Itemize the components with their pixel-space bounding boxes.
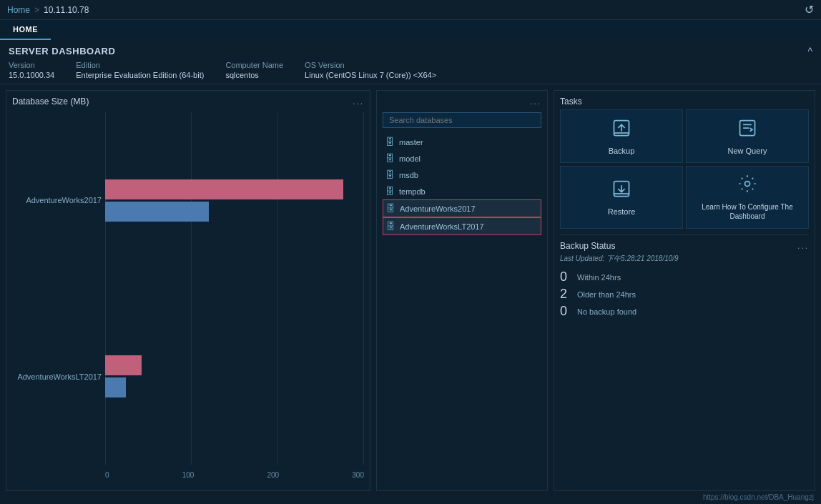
restore-label: Restore bbox=[608, 207, 636, 216]
computer-group: Computer Name sqlcentos bbox=[225, 61, 283, 79]
db-item-adventureworkslt2017[interactable]: 🗄 AdventureWorksLT2017 bbox=[383, 217, 541, 235]
configure-icon bbox=[737, 174, 757, 198]
db-icon-model: 🗄 bbox=[385, 153, 395, 164]
tasks-panel: Tasks Backup bbox=[554, 90, 815, 491]
db-list: 🗄 master 🗄 model 🗄 msdb 🗄 tempdb 🗄 Adven… bbox=[383, 134, 541, 235]
db-name-msdb: msdb bbox=[399, 171, 418, 179]
db-item-tempdb[interactable]: 🗄 tempdb bbox=[383, 183, 541, 199]
count-none-num: 0 bbox=[560, 304, 571, 319]
bar-red-2 bbox=[105, 355, 142, 375]
dashboard-title: SERVER DASHBOARD bbox=[9, 46, 436, 56]
refresh-icon[interactable]: ↺ bbox=[805, 3, 814, 16]
tasks-panel-header: Tasks bbox=[560, 97, 809, 107]
backup-icon bbox=[611, 118, 631, 142]
db-icon-tempdb: 🗄 bbox=[385, 186, 395, 197]
count-none-label: No backup found bbox=[577, 307, 636, 316]
db-name-model: model bbox=[399, 154, 421, 163]
backup-label: Backup bbox=[609, 147, 635, 155]
footer-url: https://blog.csdn.net/DBA_Huangzj bbox=[703, 493, 814, 501]
configure-dashboard-button[interactable]: Learn How To Configure The Dashboard bbox=[686, 166, 809, 229]
backup-counts: 0 Within 24hrs 2 Older than 24hrs 0 No b… bbox=[560, 270, 809, 319]
bar-label-1: AdventureWorks2017 bbox=[12, 196, 102, 204]
computer-label: Computer Name bbox=[225, 61, 283, 69]
backup-last-updated: Last Updated: 下午5:28:21 2018/10/9 bbox=[560, 254, 809, 264]
bar-blue-2 bbox=[105, 377, 126, 397]
configure-label: Learn How To Configure The Dashboard bbox=[691, 202, 804, 221]
count-within24-num: 0 bbox=[560, 270, 571, 285]
bar-chart: AdventureWorks2017 AdventureWorksLT2017 … bbox=[12, 112, 364, 479]
count-within24-label: Within 24hrs bbox=[577, 273, 621, 282]
db-name-tempdb: tempdb bbox=[399, 187, 426, 196]
bar-row-adventureworks2017: AdventureWorks2017 bbox=[105, 164, 364, 236]
chart-title: Database Size (MB) bbox=[12, 97, 89, 107]
chart-panel: Database Size (MB) ... AdventureWorks201… bbox=[6, 90, 370, 491]
os-label: OS Version bbox=[305, 61, 436, 69]
backup-status-section: Backup Status ... Last Updated: 下午5:28:2… bbox=[560, 234, 809, 319]
version-group: Version 15.0.1000.34 bbox=[9, 61, 54, 79]
top-bar: Home > 10.11.10.78 ↺ bbox=[0, 0, 821, 20]
version-label: Version bbox=[9, 61, 54, 69]
backup-count-within24: 0 Within 24hrs bbox=[560, 270, 809, 285]
home-link[interactable]: Home bbox=[7, 5, 30, 15]
backup-status-header: Backup Status ... bbox=[560, 241, 809, 251]
db-panel-header: ... bbox=[383, 97, 541, 107]
tab-home[interactable]: HOME bbox=[0, 20, 51, 40]
backup-status-menu[interactable]: ... bbox=[797, 241, 809, 251]
new-query-label: New Query bbox=[727, 147, 767, 155]
db-item-adventureworks2017[interactable]: 🗄 AdventureWorks2017 bbox=[383, 199, 541, 217]
db-name-master: master bbox=[399, 138, 423, 147]
collapse-icon[interactable]: ^ bbox=[807, 46, 812, 57]
edition-label: Edition bbox=[76, 61, 204, 69]
x-tick-200: 200 bbox=[267, 471, 280, 479]
bar-label-2: AdventureWorksLT2017 bbox=[12, 372, 102, 381]
db-item-master[interactable]: 🗄 master bbox=[383, 134, 541, 150]
new-query-icon bbox=[737, 118, 757, 142]
chart-panel-header: Database Size (MB) ... bbox=[12, 97, 364, 107]
restore-icon bbox=[611, 179, 631, 203]
bar-container-1 bbox=[105, 179, 364, 222]
bar-container-2 bbox=[105, 355, 364, 397]
db-panel: ... 🗄 master 🗄 model 🗄 msdb 🗄 tempdb 🗄 bbox=[376, 90, 548, 491]
main-content: Database Size (MB) ... AdventureWorks201… bbox=[0, 84, 821, 497]
db-item-model[interactable]: 🗄 model bbox=[383, 150, 541, 167]
db-name-aw2017: AdventureWorks2017 bbox=[400, 204, 476, 213]
search-databases-input[interactable] bbox=[383, 112, 541, 128]
backup-status-title: Backup Status bbox=[560, 241, 615, 251]
breadcrumb-separator: > bbox=[34, 5, 39, 15]
dashboard-header: SERVER DASHBOARD Version 15.0.1000.34 Ed… bbox=[0, 40, 821, 84]
chart-menu[interactable]: ... bbox=[353, 97, 364, 107]
tasks-title: Tasks bbox=[560, 97, 582, 107]
new-query-button[interactable]: New Query bbox=[686, 109, 809, 163]
db-icon-master: 🗄 bbox=[385, 137, 395, 147]
db-name-awlt2017: AdventureWorksLT2017 bbox=[400, 222, 484, 231]
backup-button[interactable]: Backup bbox=[560, 109, 683, 163]
restore-button[interactable]: Restore bbox=[560, 166, 683, 229]
db-panel-menu[interactable]: ... bbox=[530, 97, 541, 107]
os-value: Linux (CentOS Linux 7 (Core)) <X64> bbox=[305, 71, 436, 79]
count-older24-label: Older than 24hrs bbox=[577, 290, 636, 299]
edition-group: Edition Enterprise Evaluation Edition (6… bbox=[76, 61, 204, 79]
db-icon-awlt2017: 🗄 bbox=[386, 221, 395, 232]
bar-blue-1 bbox=[105, 202, 209, 222]
breadcrumb: Home > 10.11.10.78 bbox=[7, 5, 89, 15]
tab-bar: HOME bbox=[0, 20, 821, 40]
bar-row-adventureworkslt2017: AdventureWorksLT2017 bbox=[105, 341, 364, 412]
x-tick-300: 300 bbox=[352, 471, 364, 479]
x-tick-100: 100 bbox=[182, 471, 195, 479]
db-icon-msdb: 🗄 bbox=[385, 169, 395, 180]
svg-point-3 bbox=[745, 182, 750, 187]
backup-count-none: 0 No backup found bbox=[560, 304, 809, 319]
computer-value: sqlcentos bbox=[225, 71, 258, 79]
bar-red-1 bbox=[105, 179, 343, 199]
breadcrumb-server: 10.11.10.78 bbox=[44, 5, 89, 15]
db-icon-aw2017: 🗄 bbox=[386, 203, 395, 214]
server-info: Version 15.0.1000.34 Edition Enterprise … bbox=[9, 61, 436, 79]
x-tick-0: 0 bbox=[105, 471, 109, 479]
x-axis: 0 100 200 300 bbox=[105, 471, 364, 479]
version-value: 15.0.1000.34 bbox=[9, 71, 54, 79]
db-item-msdb[interactable]: 🗄 msdb bbox=[383, 167, 541, 183]
edition-value: Enterprise Evaluation Edition (64-bit) bbox=[76, 71, 204, 79]
backup-count-older24: 2 Older than 24hrs bbox=[560, 287, 809, 302]
os-group: OS Version Linux (CentOS Linux 7 (Core))… bbox=[305, 61, 436, 79]
tasks-grid: Backup New Query bbox=[560, 109, 809, 229]
